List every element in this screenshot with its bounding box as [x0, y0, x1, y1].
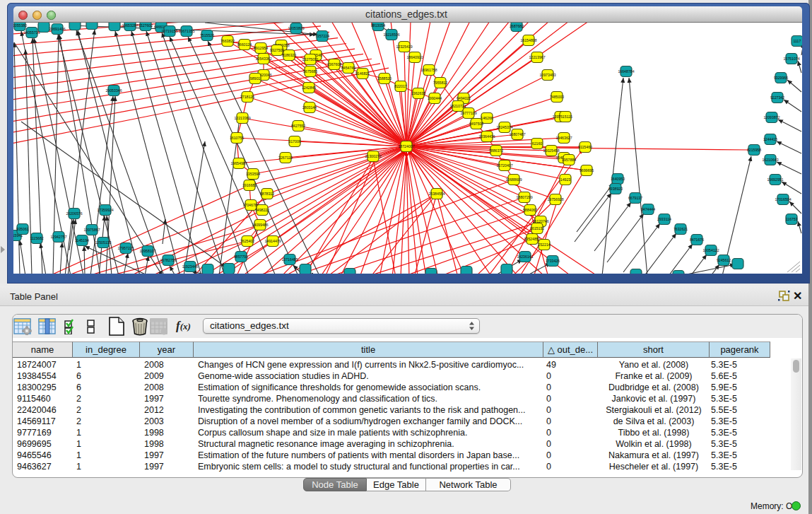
svg-text:1610755: 1610755	[230, 136, 244, 140]
svg-text:17016504: 17016504	[775, 197, 791, 201]
svg-text:21300273: 21300273	[365, 154, 381, 158]
svg-text:8813054: 8813054	[371, 23, 385, 28]
svg-text:17957225: 17957225	[117, 246, 134, 250]
svg-text:19756928: 19756928	[547, 197, 563, 201]
svg-text:16807487: 16807487	[509, 132, 525, 136]
svg-text:13975867: 13975867	[83, 228, 100, 232]
svg-text:20206576: 20206576	[66, 211, 82, 216]
svg-text:14099486: 14099486	[252, 223, 268, 227]
svg-text:1916682: 1916682	[242, 183, 257, 187]
svg-text:8215958: 8215958	[747, 148, 761, 152]
svg-text:13716485: 13716485	[281, 257, 298, 262]
svg-text:7485003: 7485003	[550, 95, 564, 99]
svg-text:1353594: 1353594	[246, 172, 260, 176]
svg-text:98901: 98901	[250, 76, 261, 81]
svg-text:20364436: 20364436	[478, 134, 495, 139]
svg-text:18210721: 18210721	[449, 104, 466, 108]
svg-text:12213369: 12213369	[234, 116, 250, 120]
svg-text:9245612: 9245612	[717, 258, 731, 262]
svg-text:10719155: 10719155	[161, 29, 177, 33]
svg-text:2055380: 2055380	[13, 23, 27, 28]
svg-text:5675685: 5675685	[303, 69, 317, 74]
svg-text:19654987: 19654987	[230, 161, 247, 165]
svg-text:5884067: 5884067	[523, 208, 537, 212]
svg-text:1957884: 1957884	[562, 158, 576, 162]
svg-text:19218506: 19218506	[383, 33, 399, 37]
svg-text:9329966: 9329966	[774, 76, 788, 80]
svg-text:25384554: 25384554	[428, 192, 445, 196]
svg-text:12942757: 12942757	[50, 235, 66, 239]
svg-text:10025458: 10025458	[543, 148, 559, 153]
svg-text:10671355: 10671355	[178, 29, 194, 33]
svg-text:10543362: 10543362	[255, 57, 271, 61]
svg-text:17359924: 17359924	[97, 208, 113, 212]
svg-text:62160: 62160	[532, 141, 543, 146]
svg-text:12213967: 12213967	[529, 55, 545, 59]
svg-text:2367608: 2367608	[327, 62, 341, 66]
svg-text:1527602: 1527602	[139, 23, 153, 28]
svg-text:9227342: 9227342	[770, 95, 784, 100]
svg-text:6679137: 6679137	[628, 196, 642, 200]
svg-text:20691406: 20691406	[49, 27, 65, 31]
svg-text:8471676: 8471676	[690, 238, 704, 242]
svg-text:14055713: 14055713	[23, 30, 40, 35]
svg-text:252214: 252214	[538, 243, 550, 247]
svg-text:7632621: 7632621	[673, 227, 688, 231]
svg-text:9699695: 9699695	[579, 168, 594, 173]
svg-text:19777109: 19777109	[460, 111, 476, 115]
svg-text:16210643: 16210643	[762, 158, 778, 162]
svg-text:7663822: 7663822	[220, 39, 235, 43]
svg-text:12505135: 12505135	[95, 240, 111, 245]
svg-text:8912954: 8912954	[254, 46, 268, 50]
svg-text:16782759: 16782759	[160, 258, 176, 262]
svg-text:6494022: 6494022	[457, 96, 471, 100]
svg-text:10973493: 10973493	[539, 73, 555, 77]
svg-text:16154808: 16154808	[520, 38, 536, 42]
svg-text:16648784: 16648784	[618, 69, 634, 74]
svg-text:2933114: 2933114	[657, 217, 671, 221]
svg-text:1640953: 1640953	[611, 177, 625, 181]
svg-text:1615132: 1615132	[530, 226, 544, 230]
svg-text:1990444: 1990444	[428, 96, 442, 100]
svg-text:1145194: 1145194	[75, 238, 89, 243]
svg-text:9857791: 9857791	[234, 255, 248, 259]
svg-text:146266: 146266	[481, 116, 493, 120]
svg-text:13524851: 13524851	[524, 237, 540, 241]
svg-text:5878312: 5878312	[260, 192, 274, 196]
svg-text:8660124: 8660124	[237, 42, 252, 47]
svg-text:9474444: 9474444	[641, 207, 655, 211]
svg-text:6497508: 6497508	[469, 122, 483, 126]
svg-text:5498222: 5498222	[255, 208, 269, 212]
svg-text:8454749: 8454749	[341, 66, 355, 70]
svg-text:8938923: 8938923	[608, 187, 623, 191]
svg-text:18724007: 18724007	[398, 144, 414, 148]
svg-text:1362635: 1362635	[411, 91, 425, 95]
svg-text:18640910: 18640910	[406, 55, 423, 59]
svg-text:9146821: 9146821	[355, 71, 370, 76]
svg-text:1733426: 1733426	[546, 259, 560, 263]
svg-text:7515115: 7515115	[558, 115, 572, 119]
svg-text:10653287: 10653287	[122, 23, 138, 28]
svg-text:14923: 14923	[560, 177, 571, 182]
svg-text:15692951: 15692951	[767, 177, 783, 182]
svg-text:1115682: 1115682	[30, 236, 44, 240]
svg-text:116753: 116753	[786, 217, 798, 221]
svg-text:2803144: 2803144	[302, 105, 317, 110]
svg-text:16961758: 16961758	[420, 68, 437, 72]
svg-text:7886372: 7886372	[489, 148, 503, 153]
svg-text:8186323: 8186323	[282, 53, 296, 57]
svg-text:822017: 822017	[394, 84, 406, 88]
svg-text:9115460: 9115460	[578, 145, 592, 149]
svg-text:14236141: 14236141	[517, 255, 533, 259]
svg-text:10053809: 10053809	[288, 26, 304, 30]
svg-text:14914479: 14914479	[264, 239, 281, 243]
svg-text:7955812: 7955812	[433, 81, 447, 85]
svg-text:1242845: 1242845	[302, 86, 316, 90]
svg-text:13275031: 13275031	[302, 57, 318, 62]
svg-text:11923446: 11923446	[182, 264, 199, 269]
svg-text:1244415: 1244415	[763, 137, 777, 141]
svg-text:15720407: 15720407	[496, 163, 512, 168]
svg-text:12325419: 12325419	[396, 45, 412, 49]
svg-text:10688609: 10688609	[505, 177, 522, 182]
svg-text:1588520: 1588520	[377, 76, 392, 81]
